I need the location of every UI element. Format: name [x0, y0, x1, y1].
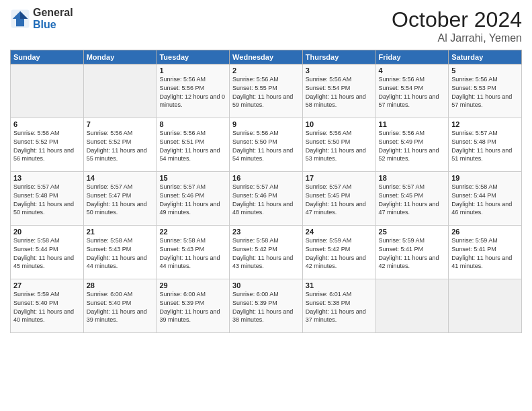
- day-number: 14: [87, 174, 154, 182]
- day-number: 13: [13, 174, 81, 182]
- logo-icon: [10, 9, 30, 29]
- cell-details: Sunrise: 5:59 AMSunset: 5:42 PMDaylight:…: [306, 236, 373, 270]
- week-row-4: 20Sunrise: 5:58 AMSunset: 5:44 PMDayligh…: [11, 226, 522, 279]
- calendar-table: SundayMondayTuesdayWednesdayThursdayFrid…: [10, 50, 522, 333]
- calendar-cell: 17Sunrise: 5:57 AMSunset: 5:45 PMDayligh…: [302, 172, 375, 226]
- day-number: 18: [379, 174, 446, 182]
- week-row-1: 1Sunrise: 5:56 AMSunset: 5:56 PMDaylight…: [11, 64, 522, 118]
- day-number: 5: [451, 66, 519, 75]
- header-cell-monday: Monday: [83, 50, 157, 64]
- calendar-cell: [449, 279, 522, 333]
- day-number: 31: [306, 281, 373, 289]
- cell-details: Sunrise: 6:00 AMSunset: 5:40 PMDaylight:…: [87, 290, 154, 324]
- day-number: 16: [232, 174, 300, 182]
- cell-details: Sunrise: 5:58 AMSunset: 5:43 PMDaylight:…: [159, 236, 226, 270]
- cell-details: Sunrise: 5:56 AMSunset: 5:53 PMDaylight:…: [451, 75, 519, 109]
- week-row-3: 13Sunrise: 5:57 AMSunset: 5:48 PMDayligh…: [11, 172, 522, 226]
- day-number: 23: [232, 228, 300, 236]
- calendar-cell: 18Sunrise: 5:57 AMSunset: 5:45 PMDayligh…: [375, 172, 449, 226]
- cell-details: Sunrise: 5:57 AMSunset: 5:46 PMDaylight:…: [232, 183, 300, 216]
- cell-details: Sunrise: 5:58 AMSunset: 5:42 PMDaylight:…: [232, 236, 300, 270]
- calendar-cell: 8Sunrise: 5:56 AMSunset: 5:51 PMDaylight…: [157, 118, 230, 172]
- day-number: 6: [13, 120, 81, 128]
- calendar-cell: [11, 64, 84, 118]
- day-number: 12: [451, 120, 519, 128]
- day-number: 24: [306, 228, 373, 236]
- calendar-cell: 5Sunrise: 5:56 AMSunset: 5:53 PMDaylight…: [449, 64, 522, 118]
- cell-details: Sunrise: 5:56 AMSunset: 5:56 PMDaylight:…: [159, 75, 226, 109]
- header-cell-wednesday: Wednesday: [230, 50, 303, 64]
- day-number: 17: [306, 174, 373, 182]
- day-number: 26: [451, 228, 519, 236]
- calendar-cell: [83, 64, 157, 118]
- location-title: Al Jarrahi, Yemen: [392, 32, 522, 44]
- calendar-cell: 22Sunrise: 5:58 AMSunset: 5:43 PMDayligh…: [157, 226, 230, 279]
- day-number: 3: [306, 66, 373, 75]
- calendar-cell: 7Sunrise: 5:56 AMSunset: 5:52 PMDaylight…: [83, 118, 157, 172]
- day-number: 19: [451, 174, 519, 182]
- calendar-cell: 9Sunrise: 5:56 AMSunset: 5:50 PMDaylight…: [230, 118, 303, 172]
- day-number: 30: [232, 281, 300, 289]
- cell-details: Sunrise: 5:58 AMSunset: 5:44 PMDaylight:…: [451, 183, 519, 216]
- calendar-body: 1Sunrise: 5:56 AMSunset: 5:56 PMDaylight…: [11, 64, 522, 333]
- cell-details: Sunrise: 5:56 AMSunset: 5:54 PMDaylight:…: [306, 75, 373, 109]
- calendar-cell: 2Sunrise: 5:56 AMSunset: 5:55 PMDaylight…: [230, 64, 303, 118]
- calendar-header-row: SundayMondayTuesdayWednesdayThursdayFrid…: [11, 50, 522, 64]
- cell-details: Sunrise: 5:58 AMSunset: 5:44 PMDaylight:…: [13, 236, 81, 270]
- calendar-cell: 30Sunrise: 6:00 AMSunset: 5:39 PMDayligh…: [230, 279, 303, 333]
- title-block: October 2024 Al Jarrahi, Yemen: [392, 7, 522, 44]
- calendar-cell: 14Sunrise: 5:57 AMSunset: 5:47 PMDayligh…: [83, 172, 157, 226]
- calendar-cell: 28Sunrise: 6:00 AMSunset: 5:40 PMDayligh…: [83, 279, 157, 333]
- cell-details: Sunrise: 5:57 AMSunset: 5:46 PMDaylight:…: [159, 183, 226, 216]
- logo-general-text: General: [33, 7, 73, 19]
- cell-details: Sunrise: 5:56 AMSunset: 5:54 PMDaylight:…: [379, 75, 446, 109]
- cell-details: Sunrise: 5:56 AMSunset: 5:52 PMDaylight:…: [13, 129, 81, 163]
- cell-details: Sunrise: 5:56 AMSunset: 5:52 PMDaylight:…: [87, 129, 154, 163]
- day-number: 8: [159, 120, 226, 128]
- cell-details: Sunrise: 5:56 AMSunset: 5:55 PMDaylight:…: [232, 75, 300, 109]
- day-number: 9: [232, 120, 300, 128]
- cell-details: Sunrise: 5:56 AMSunset: 5:50 PMDaylight:…: [306, 129, 373, 163]
- cell-details: Sunrise: 5:58 AMSunset: 5:43 PMDaylight:…: [87, 236, 154, 270]
- day-number: 28: [87, 281, 154, 289]
- header-cell-thursday: Thursday: [302, 50, 375, 64]
- header-cell-tuesday: Tuesday: [157, 50, 230, 64]
- day-number: 10: [306, 120, 373, 128]
- header: General Blue October 2024 Al Jarrahi, Ye…: [10, 7, 522, 44]
- calendar-cell: 26Sunrise: 5:59 AMSunset: 5:41 PMDayligh…: [449, 226, 522, 279]
- calendar-cell: 6Sunrise: 5:56 AMSunset: 5:52 PMDaylight…: [11, 118, 84, 172]
- calendar-cell: 10Sunrise: 5:56 AMSunset: 5:50 PMDayligh…: [302, 118, 375, 172]
- calendar-cell: 21Sunrise: 5:58 AMSunset: 5:43 PMDayligh…: [83, 226, 157, 279]
- cell-details: Sunrise: 5:59 AMSunset: 5:41 PMDaylight:…: [451, 236, 519, 270]
- calendar-cell: 15Sunrise: 5:57 AMSunset: 5:46 PMDayligh…: [157, 172, 230, 226]
- header-cell-saturday: Saturday: [449, 50, 522, 64]
- cell-details: Sunrise: 5:56 AMSunset: 5:51 PMDaylight:…: [159, 129, 226, 163]
- day-number: 22: [159, 228, 226, 236]
- cell-details: Sunrise: 5:56 AMSunset: 5:49 PMDaylight:…: [379, 129, 446, 163]
- cell-details: Sunrise: 5:57 AMSunset: 5:45 PMDaylight:…: [306, 183, 373, 216]
- cell-details: Sunrise: 5:59 AMSunset: 5:40 PMDaylight:…: [13, 290, 81, 324]
- calendar-cell: 19Sunrise: 5:58 AMSunset: 5:44 PMDayligh…: [449, 172, 522, 226]
- calendar-cell: 11Sunrise: 5:56 AMSunset: 5:49 PMDayligh…: [375, 118, 449, 172]
- calendar-cell: 25Sunrise: 5:59 AMSunset: 5:41 PMDayligh…: [375, 226, 449, 279]
- week-row-5: 27Sunrise: 5:59 AMSunset: 5:40 PMDayligh…: [11, 279, 522, 333]
- cell-details: Sunrise: 5:57 AMSunset: 5:48 PMDaylight:…: [451, 129, 519, 163]
- week-row-2: 6Sunrise: 5:56 AMSunset: 5:52 PMDaylight…: [11, 118, 522, 172]
- month-title: October 2024: [392, 7, 522, 32]
- calendar-cell: 23Sunrise: 5:58 AMSunset: 5:42 PMDayligh…: [230, 226, 303, 279]
- day-number: 7: [87, 120, 154, 128]
- day-number: 2: [232, 66, 300, 75]
- cell-details: Sunrise: 6:00 AMSunset: 5:39 PMDaylight:…: [159, 290, 226, 324]
- calendar-cell: 4Sunrise: 5:56 AMSunset: 5:54 PMDaylight…: [375, 64, 449, 118]
- calendar-cell: [375, 279, 449, 333]
- header-cell-sunday: Sunday: [11, 50, 84, 64]
- calendar-cell: 31Sunrise: 6:01 AMSunset: 5:38 PMDayligh…: [302, 279, 375, 333]
- day-number: 20: [13, 228, 81, 236]
- day-number: 21: [87, 228, 154, 236]
- day-number: 4: [379, 66, 446, 75]
- day-number: 11: [379, 120, 446, 128]
- cell-details: Sunrise: 5:57 AMSunset: 5:45 PMDaylight:…: [379, 183, 446, 216]
- cell-details: Sunrise: 5:57 AMSunset: 5:47 PMDaylight:…: [87, 183, 154, 216]
- calendar-cell: 12Sunrise: 5:57 AMSunset: 5:48 PMDayligh…: [449, 118, 522, 172]
- cell-details: Sunrise: 5:56 AMSunset: 5:50 PMDaylight:…: [232, 129, 300, 163]
